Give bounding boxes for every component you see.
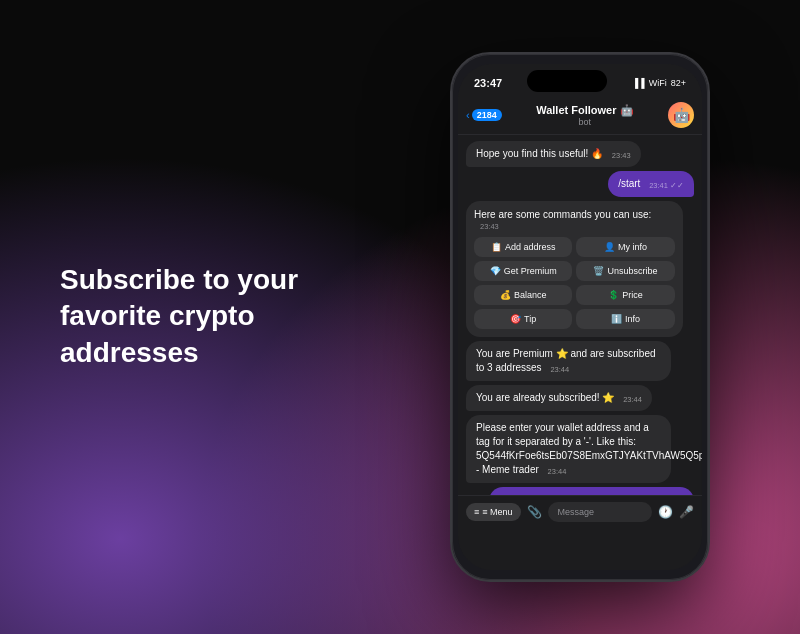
bot-name: Wallet Follower 🤖: [508, 104, 662, 117]
msg-already-text: You are already subscribed! ⭐: [476, 392, 614, 403]
bot-avatar: 🤖: [668, 102, 694, 128]
message-placeholder: Message: [558, 507, 595, 517]
cmd-premium[interactable]: 💎 Get Premium: [474, 261, 572, 281]
msg-instructions-text: Please enter your wallet address and a t…: [476, 422, 702, 475]
signal-icon: ▐▐: [632, 78, 645, 88]
commands-header: Here are some commands you can use: 23:4…: [474, 209, 675, 231]
dynamic-island: [527, 70, 607, 92]
chat-header: ‹ 2184 Wallet Follower 🤖 bot 🤖: [458, 98, 702, 135]
voice-icon[interactable]: 🎤: [679, 505, 694, 519]
msg-already-time: 23:44: [623, 395, 642, 404]
side-btn-volume-down: [450, 244, 451, 294]
cmd-info[interactable]: ℹ️ Info: [576, 309, 674, 329]
msg-time-2: 23:41 ✓✓: [649, 181, 684, 190]
menu-button[interactable]: ≡ ≡ Menu: [466, 503, 521, 521]
cmd-tip-label: Tip: [524, 314, 536, 324]
cmd-info-label: Info: [625, 314, 640, 324]
side-btn-volume-up: [450, 184, 451, 234]
bubble-premium: You are Premium ⭐ and are subscribed to …: [466, 341, 671, 381]
chat-input-bar: ≡ ≡ Menu 📎 Message 🕐 🎤: [458, 495, 702, 528]
clock-icon[interactable]: 🕐: [658, 505, 673, 519]
msg-addr-text: AfQ1oaudsGjvznX4JNEw671hi57JfWo4CWqhtkdg…: [499, 494, 684, 495]
bubble-already: You are already subscribed! ⭐ 23:44: [466, 385, 652, 411]
wifi-icon: WiFi: [649, 78, 667, 88]
status-bar: 23:47 ▐▐ WiFi 82+: [458, 64, 702, 98]
menu-icon: ≡: [474, 507, 479, 517]
cmd-my-info[interactable]: 👤 My info: [576, 237, 674, 257]
phone-screen: 23:47 ▐▐ WiFi 82+ ‹ 2184 Wallet Follower…: [458, 64, 702, 570]
headline: Subscribe to your favorite crypto addres…: [60, 262, 320, 371]
msg-instructions-time: 23:44: [548, 467, 567, 476]
msg-text-2: /start: [618, 178, 640, 189]
back-count: 2184: [472, 109, 502, 121]
battery-icon: 82+: [671, 78, 686, 88]
cmd-tip-icon: 🎯: [510, 314, 521, 324]
side-btn-mute: [450, 144, 451, 174]
cmd-add-address[interactable]: 📋 Add address: [474, 237, 572, 257]
chat-messages[interactable]: Hope you find this useful! 🔥 23:43 /star…: [458, 135, 702, 495]
bubble-2: /start 23:41 ✓✓: [608, 171, 694, 197]
message-input[interactable]: Message: [548, 502, 652, 522]
phone-mockup: 23:47 ▐▐ WiFi 82+ ‹ 2184 Wallet Follower…: [450, 52, 710, 582]
cmd-unsub-label: Unsubscribe: [607, 266, 657, 276]
cmd-premium-label: Get Premium: [504, 266, 557, 276]
cmd-balance-icon: 💰: [500, 290, 511, 300]
cmd-tip[interactable]: 🎯 Tip: [474, 309, 572, 329]
message-2: /start 23:41 ✓✓: [608, 171, 694, 197]
msg-time-1: 23:43: [612, 151, 631, 160]
msg-premium-time: 23:44: [550, 365, 569, 374]
cmd-premium-icon: 💎: [490, 266, 501, 276]
cmd-price-icon: 💲: [608, 290, 619, 300]
message-instructions: Please enter your wallet address and a t…: [466, 415, 671, 483]
cmd-info-icon: ℹ️: [611, 314, 622, 324]
phone-outer: 23:47 ▐▐ WiFi 82+ ‹ 2184 Wallet Follower…: [450, 52, 710, 582]
back-button[interactable]: ‹ 2184: [466, 109, 502, 121]
message-premium: You are Premium ⭐ and are subscribed to …: [466, 341, 671, 381]
status-time: 23:47: [474, 77, 502, 89]
chat-title-area: Wallet Follower 🤖 bot: [508, 104, 662, 127]
cmd-unsubscribe[interactable]: 🗑️ Unsubscribe: [576, 261, 674, 281]
cmd-unsub-icon: 🗑️: [593, 266, 604, 276]
message-1: Hope you find this useful! 🔥 23:43: [466, 141, 641, 167]
back-chevron: ‹: [466, 109, 470, 121]
menu-label: ≡ Menu: [482, 507, 512, 517]
cmd-balance-label: Balance: [514, 290, 547, 300]
cmd-add-label: Add address: [505, 242, 556, 252]
bot-type: bot: [508, 117, 662, 127]
cmd-balance[interactable]: 💰 Balance: [474, 285, 572, 305]
input-icons: 🕐 🎤: [658, 505, 694, 519]
cmd-price-label: Price: [622, 290, 643, 300]
cmd-myinfo-label: My info: [618, 242, 647, 252]
cmd-add-icon: 📋: [491, 242, 502, 252]
message-address: AfQ1oaudsGjvznX4JNEw671hi57JfWo4CWqhtkdg…: [489, 487, 694, 495]
bubble-1: Hope you find this useful! 🔥 23:43: [466, 141, 641, 167]
attach-icon[interactable]: 📎: [527, 505, 542, 519]
msg-text-1: Hope you find this useful! 🔥: [476, 148, 603, 159]
cmd-price[interactable]: 💲 Price: [576, 285, 674, 305]
left-panel: Subscribe to your favorite crypto addres…: [60, 262, 320, 371]
status-icons: ▐▐ WiFi 82+: [632, 78, 686, 88]
commands-section: Here are some commands you can use: 23:4…: [466, 201, 683, 337]
cmd-myinfo-icon: 👤: [604, 242, 615, 252]
commands-grid[interactable]: 📋 Add address 👤 My info 💎 Get Premium: [474, 237, 675, 329]
bubble-instructions: Please enter your wallet address and a t…: [466, 415, 671, 483]
message-already-sub: You are already subscribed! ⭐ 23:44: [466, 385, 652, 411]
side-btn-power: [709, 194, 710, 274]
